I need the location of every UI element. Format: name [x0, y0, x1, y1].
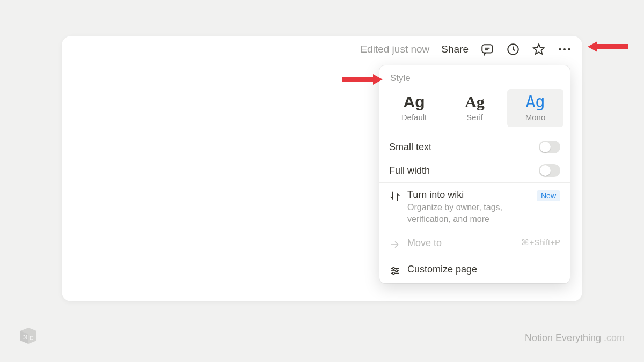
svg-marker-10	[588, 41, 628, 52]
brand-logo-icon: NE	[19, 327, 38, 345]
share-button[interactable]: Share	[441, 43, 469, 55]
svg-point-8	[396, 270, 398, 272]
svg-marker-11	[342, 74, 383, 85]
move-to-item: Move to ⌘+Shift+P	[379, 231, 570, 257]
more-button[interactable]	[558, 42, 572, 56]
style-font-row: Ag Default Ag Serif Ag Mono	[379, 89, 570, 135]
svg-rect-0	[482, 45, 493, 53]
small-text-toggle-row[interactable]: Small text	[379, 135, 570, 159]
page-card: Edited just now Share Style Ag Default A…	[62, 36, 582, 301]
history-icon[interactable]	[506, 42, 520, 56]
toggle-label: Small text	[389, 142, 431, 153]
page-options-dropdown: Style Ag Default Ag Serif Ag Mono Small …	[379, 65, 570, 283]
toggle-label: Full width	[389, 165, 430, 176]
style-option-default[interactable]: Ag Default	[386, 89, 442, 127]
svg-point-7	[392, 268, 394, 270]
full-width-toggle-row[interactable]: Full width	[379, 159, 570, 182]
wiki-icon	[389, 190, 401, 202]
customize-page-item[interactable]: Customize page	[379, 257, 570, 283]
turn-into-wiki-item[interactable]: Turn into wiki Organize by owner, tags, …	[379, 183, 570, 231]
menu-item-subtitle: Organize by owner, tags, verification, a…	[407, 202, 530, 225]
style-option-label: Serif	[449, 113, 501, 122]
svg-point-9	[392, 272, 394, 275]
star-icon[interactable]	[532, 42, 546, 56]
style-sample: Ag	[449, 92, 501, 112]
keyboard-shortcut: ⌘+Shift+P	[521, 238, 560, 247]
annotation-arrow-more	[588, 40, 628, 53]
style-option-label: Default	[388, 113, 440, 122]
brand-name: Notion Everything	[525, 333, 601, 343]
brand-footer-text: Notion Everything .com	[525, 333, 625, 344]
topbar: Edited just now Share	[360, 42, 572, 56]
move-to-icon	[389, 239, 401, 250]
svg-text:N: N	[23, 334, 27, 340]
edited-status: Edited just now	[360, 43, 429, 55]
menu-item-title: Turn into wiki	[407, 189, 530, 201]
new-badge: New	[537, 190, 560, 201]
brand-tld: .com	[601, 333, 625, 343]
style-option-serif[interactable]: Ag Serif	[447, 89, 503, 127]
style-option-label: Mono	[509, 113, 561, 122]
annotation-arrow-style	[342, 73, 383, 86]
style-section-label: Style	[379, 65, 570, 89]
small-text-toggle[interactable]	[539, 141, 560, 153]
menu-item-title: Customize page	[407, 264, 560, 275]
dots-icon	[559, 48, 570, 51]
customize-icon	[389, 265, 401, 277]
style-option-mono[interactable]: Ag Mono	[507, 89, 564, 127]
menu-item-title: Move to	[407, 238, 515, 249]
comments-icon[interactable]	[480, 42, 494, 56]
style-sample: Ag	[388, 92, 440, 112]
full-width-toggle[interactable]	[539, 164, 560, 177]
svg-text:E: E	[30, 335, 33, 341]
style-sample: Ag	[509, 92, 561, 112]
